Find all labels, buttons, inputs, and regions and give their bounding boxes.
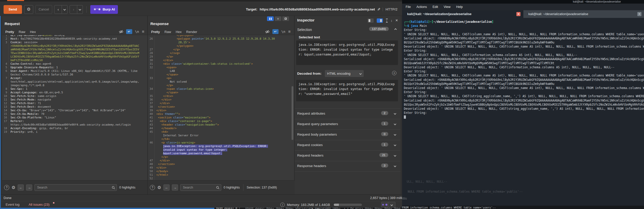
code-token: Priority:	[10, 130, 27, 134]
info-icon[interactable]: i	[280, 203, 285, 207]
line-number: 34	[148, 87, 154, 91]
inspector-section-row[interactable]: Request cookies 1	[295, 140, 401, 151]
close-tab-icon[interactable]: ×	[516, 12, 520, 16]
collapse-all-icon[interactable]: ↕	[391, 19, 393, 23]
terminal-token: kali㉿kali	[411, 20, 428, 24]
code-token: en-GB,en;q=0.5	[39, 91, 63, 94]
code-token: navigate	[38, 98, 51, 101]
add-decoding-step-icon[interactable]: +	[392, 71, 396, 75]
help-icon[interactable]: ?	[4, 185, 9, 190]
sparkles-icon-button[interactable]: ✶✷	[381, 202, 388, 207]
request-code-line: LCBOVUxMLCBOVUxMIEZST00gaW5mb3JtYXRpb25f…	[2, 55, 147, 59]
selected-text-box[interactable]: java.io.IOException: org.postgresql.util…	[296, 40, 398, 65]
maximize-view-button[interactable]	[282, 16, 289, 21]
code-token: User-Agent:	[10, 69, 31, 73]
code-token: </html>	[156, 173, 168, 177]
split-view-button[interactable]: ≡	[275, 16, 281, 21]
request-search-input[interactable]	[35, 184, 117, 191]
inspector-section-row[interactable]: Request headers 21	[295, 151, 401, 161]
all-issues-tab[interactable]: All issues (23)	[29, 203, 50, 206]
word-wrap-toggle[interactable]: ↵	[272, 29, 279, 34]
show-newlines-toggle[interactable]: \n	[135, 30, 139, 34]
code-text: Accept-Language: en-GB,en;q=0.5	[10, 91, 63, 94]
send-button[interactable]: Send	[4, 5, 22, 14]
history-back-dropdown[interactable]	[62, 5, 68, 14]
event-log-tab[interactable]: Event log	[6, 203, 19, 206]
search-settings-gear-icon[interactable]: ⚙	[12, 185, 15, 190]
code-text: aWR0ABJMamF2YS9sYW5nL1N0cmluZzt4cHQAnScg…	[10, 48, 139, 51]
terminal-line: Serialized object: rO0ABXNyACNkYXRhLnByb…	[404, 98, 644, 103]
menu-item[interactable]: Actions	[416, 5, 427, 9]
response-code-line: 28,15'>	[148, 41, 294, 44]
line-number: 37	[148, 102, 154, 105]
terminal-line: ' UNION SELECT NULL, NULL, NULL, CAST(co…	[404, 73, 644, 78]
dock-right-icon[interactable]	[377, 18, 383, 23]
inspector-section-row[interactable]: Request query parameters 1	[295, 119, 401, 130]
menu-item[interactable]: Edit	[432, 5, 438, 9]
menu-item[interactable]: File	[406, 5, 411, 9]
close-tab-icon[interactable]: ×	[637, 12, 641, 16]
terminal-tab-inactive[interactable]: kali@kali: ~/deserialization/javadeseria…	[523, 10, 644, 18]
terminal-line: Serialized object: rO0ABXNyACNkYXRhLnByb…	[404, 36, 644, 40]
code-token: java.io.IOException: org.postgresql.util…	[163, 145, 268, 148]
response-scrollbar[interactable]	[292, 86, 293, 140]
next-match-button[interactable]: →	[172, 184, 178, 191]
history-forward-button[interactable]: ›	[70, 5, 77, 14]
response-code-line: </p>	[148, 84, 294, 87]
request-editor[interactable]: 1 GET /my-account?id=wiener HTTP/2 2 Hos…	[2, 35, 147, 180]
inspector-section-row[interactable]: Response headers 3	[295, 161, 401, 172]
response-code-line: </span>	[148, 73, 294, 76]
target-url: https://0a4c00c403d8afd88083daad00fe00f4…	[260, 7, 375, 11]
help-icon[interactable]: ?	[150, 185, 155, 190]
response-code-line: 41 <section class="maincontainer">	[148, 116, 294, 119]
menu-item[interactable]: View	[444, 5, 451, 9]
burp-ai-button[interactable]: ✶⁻✷Burp AI	[90, 5, 118, 14]
history-forward-dropdown[interactable]	[77, 5, 83, 14]
code-text: </a>	[156, 55, 173, 59]
terminal-tab-active[interactable]: kali@kali: ~/deserialization/javadeseria…	[402, 10, 523, 18]
chevron-dropdown-button[interactable]	[388, 202, 395, 207]
line-number: 51	[148, 173, 154, 177]
terminal-token: BU1QoY29sdW1uX25hbWUgQVMgaW50KSwgTlVMTCw…	[404, 41, 554, 44]
response-search-input[interactable]	[180, 184, 221, 191]
history-back-button[interactable]: ‹	[54, 5, 62, 14]
request-code-line: 3 Cookie: session=	[2, 41, 147, 44]
decoding-select[interactable]: HTML encoding	[325, 70, 364, 77]
hide-eye-icon[interactable]	[265, 30, 270, 34]
code-token: >	[178, 112, 180, 116]
terminal-title-bar[interactable]: kali@kali: ~/deserialization/javadeseria…	[402, 0, 644, 4]
next-match-button[interactable]: →	[26, 184, 32, 191]
close-icon[interactable]: ×	[395, 18, 398, 23]
word-wrap-toggle[interactable]: ↵	[126, 29, 132, 34]
pause-icon-button[interactable]	[267, 16, 274, 21]
inspector-section-row[interactable]: Request body parameters 0	[295, 130, 401, 140]
menu-item[interactable]: Help	[456, 5, 463, 9]
dock-left-icon[interactable]	[368, 18, 374, 23]
selection-header-row[interactable]: Selection 137 (0x89)	[295, 26, 401, 34]
inspector-section-row[interactable]: Request attributes 2	[295, 109, 401, 119]
decoded-text-box[interactable]: java.io.IOException: org.postgresql.util…	[296, 80, 398, 101]
code-token: rO0ABXNyACNkYXRhLnByb2R1Y3RjYXRhbG9nLlBy…	[10, 44, 139, 48]
prev-match-button[interactable]: ←	[163, 184, 170, 191]
terminal-output[interactable]: ┌──(kali㉿kali)-[~/deserialization/javade…	[402, 18, 644, 206]
editor-menu-icon[interactable]: ≡	[288, 29, 291, 34]
hide-eye-icon[interactable]	[119, 30, 123, 34]
prev-match-button[interactable]: ←	[18, 184, 24, 191]
editor-menu-icon[interactable]: ≡	[142, 29, 144, 34]
http-version-selector[interactable]: HTTP/2	[383, 7, 397, 11]
response-code-line: LAB	[148, 69, 294, 73]
request-settings-gear-button[interactable]: ⚙	[24, 5, 33, 14]
request-code-line: aWR0ABJMamF2YS9sYW5nL1N0cmluZzt4cHQAnScg…	[2, 48, 147, 51]
section-label: Request body parameters	[297, 133, 337, 136]
cancel-button[interactable]: Cancel	[35, 5, 52, 14]
response-editor[interactable]: </polygon> 26 <polygon points='14.3,0 12…	[148, 35, 294, 180]
line-number: 9	[2, 91, 9, 94]
chevron-down-icon	[394, 133, 396, 136]
section-label: Request headers	[297, 153, 324, 157]
edit-target-pencil-icon[interactable]: ✎	[377, 7, 381, 12]
expand-all-icon[interactable]: ↕	[386, 19, 388, 23]
chevron-down-icon	[79, 8, 81, 11]
repeater-toolbar: Send ⚙ Cancel ‹ › ✶⁻✷Burp AI Target: htt…	[0, 2, 402, 16]
show-newlines-toggle[interactable]: \n	[281, 30, 285, 34]
search-settings-gear-icon[interactable]: ⚙	[157, 185, 161, 190]
